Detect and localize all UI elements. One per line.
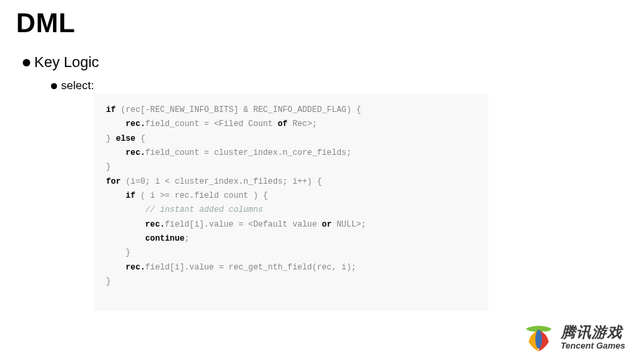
logo-cn-text: 腾讯游戏 (561, 325, 625, 340)
tencent-games-logo: 腾讯游戏 Tencent Games (523, 322, 625, 353)
code-block: if (rec[-REC_NEW_INFO_BITS] & REC_INFO_A… (94, 94, 488, 311)
tencent-logo-icon (523, 322, 554, 353)
bullet-select: select: (51, 79, 94, 93)
bullet-disc-icon (51, 83, 57, 89)
slide-title: DML (16, 8, 75, 38)
svg-point-0 (535, 330, 542, 349)
bullet2-text: select: (61, 79, 94, 93)
bullet-key-logic: Key Logic (23, 54, 99, 71)
bullet-disc-icon (23, 59, 30, 66)
logo-en-text: Tencent Games (561, 341, 625, 350)
bullet1-text: Key Logic (34, 54, 99, 71)
